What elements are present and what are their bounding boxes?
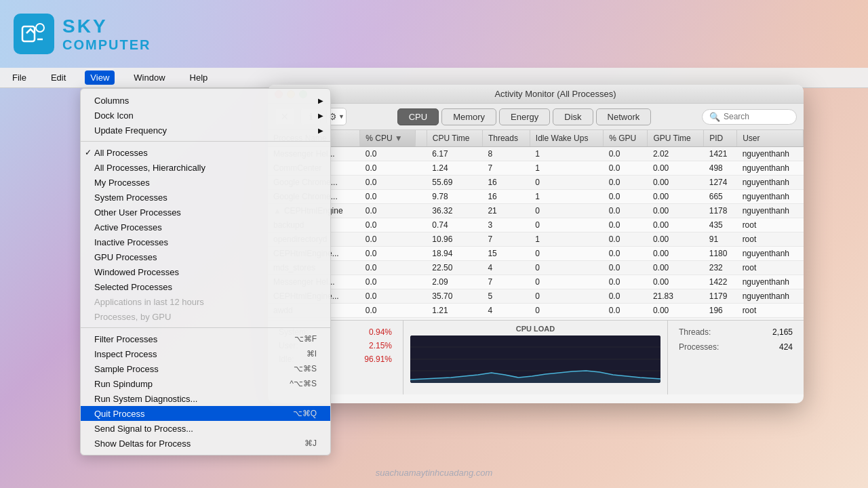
table-row[interactable]: mds_stores 0.0 22.50 4 0 0.0 0.00 232 ro…	[268, 261, 804, 275]
cell-sort	[415, 289, 427, 304]
cell-gpu: 0.0	[604, 247, 648, 261]
dropdown-item-dock-icon[interactable]: Dock Icon	[81, 108, 330, 123]
cell-gpu-time: 0.00	[648, 261, 704, 275]
dropdown-item-other-user-processes[interactable]: Other User Processes	[81, 205, 330, 220]
tab-cpu[interactable]: CPU	[397, 108, 439, 125]
cell-sort	[415, 247, 427, 261]
cell-gpu: 0.0	[604, 218, 648, 232]
cell-gpu-time: 0.00	[648, 204, 704, 218]
cell-cpu: 0.0	[360, 204, 416, 218]
dropdown-item-filter-processes[interactable]: Filter Processes ⌥⌘F	[81, 331, 330, 346]
table-row[interactable]: opendirectoryd 0.0 10.96 7 1 0.0 0.00 91…	[268, 232, 804, 247]
cell-user: nguyenthanh	[737, 161, 804, 176]
cell-cpu-time: 6.17	[427, 147, 482, 161]
cell-pid: 196	[704, 304, 737, 318]
cell-user: root	[737, 218, 804, 232]
table-row[interactable]: Google Chrome... 0.0 55.69 16 0 0.0 0.00…	[268, 176, 804, 190]
tab-energy[interactable]: Energy	[499, 108, 550, 125]
tab-disk[interactable]: Disk	[553, 108, 593, 125]
table-row[interactable]: Messenger Hel... 0.0 2.09 7 0 0.0 0.00 1…	[268, 275, 804, 289]
table-row[interactable]: ▲CEPHtmlEngine 0.0 36.32 21 0 0.0 0.00 1…	[268, 204, 804, 218]
dropdown-item-windowed-processes[interactable]: Windowed Processes	[81, 264, 330, 279]
cell-idle-wake: 0	[530, 275, 603, 289]
threads-label: Threads:	[679, 327, 711, 337]
col-gpu[interactable]: % GPU	[604, 130, 648, 147]
dropdown-item-all-processes[interactable]: All Processes	[81, 145, 330, 160]
cell-gpu-time: 21.83	[648, 289, 704, 304]
tab-memory[interactable]: Memory	[441, 108, 496, 125]
window-titlebar: Activity Monitor (All Processes)	[268, 85, 804, 104]
dropdown-item-sample-process[interactable]: Sample Process ⌥⌘S	[81, 361, 330, 376]
table-row[interactable]: CommCenter 0.0 1.24 7 1 0.0 0.00 498 ngu…	[268, 161, 804, 176]
dropdown-item-all-processes-hierarchically[interactable]: All Processes, Hierarchically	[81, 160, 330, 175]
process-table-area[interactable]: Process Name % CPU▼ CPU Time Threads Idl…	[268, 130, 804, 320]
cell-pid: 1179	[704, 289, 737, 304]
menu-file[interactable]: File	[7, 70, 32, 85]
table-row[interactable]: awdd 0.0 1.21 4 0 0.0 0.00 196 root	[268, 304, 804, 318]
col-cpu-time[interactable]: CPU Time	[427, 130, 482, 147]
table-row[interactable]: CEPHtmlEngine... 0.0 35.70 5 0 0.0 21.83…	[268, 289, 804, 304]
dropdown-item-update-frequency[interactable]: Update Frequency	[81, 123, 330, 138]
view-dropdown-menu: Columns Dock Icon Update Frequency All P…	[80, 88, 331, 455]
table-row[interactable]: Google Chrome... 0.0 9.78 16 1 0.0 0.00 …	[268, 190, 804, 204]
search-input[interactable]	[724, 112, 789, 121]
cell-cpu-time: 0.74	[427, 218, 482, 232]
col-gpu-time[interactable]: GPU Time	[648, 130, 704, 147]
cell-cpu: 0.0	[360, 289, 416, 304]
cell-pid: 232	[704, 261, 737, 275]
dropdown-item-quit-process[interactable]: Quit Process ⌥⌘Q	[81, 406, 330, 421]
dropdown-item-selected-processes[interactable]: Selected Processes	[81, 279, 330, 294]
table-row[interactable]: Messenger Hel... 0.0 6.17 8 1 0.0 2.02 1…	[268, 147, 804, 161]
cell-user: nguyenthanh	[737, 147, 804, 161]
menu-help[interactable]: Help	[184, 70, 214, 85]
cell-cpu: 0.0	[360, 218, 416, 232]
cell-gpu-time: 0.00	[648, 190, 704, 204]
table-row[interactable]: CEPHtmlEngine... 0.0 18.94 15 0 0.0 0.00…	[268, 247, 804, 261]
cell-cpu-time: 10.96	[427, 232, 482, 247]
col-user[interactable]: User	[737, 130, 804, 147]
processes-value: 424	[779, 342, 793, 352]
dropdown-item-run-spindump[interactable]: Run Spindump ^⌥⌘S	[81, 376, 330, 391]
tab-network[interactable]: Network	[596, 108, 652, 125]
cell-user: root	[737, 232, 804, 247]
cell-idle-wake: 0	[530, 218, 603, 232]
cell-sort	[415, 275, 427, 289]
cell-sort	[415, 161, 427, 176]
cell-threads: 8	[482, 147, 530, 161]
dropdown-item-inspect-process[interactable]: Inspect Process ⌘I	[81, 346, 330, 361]
cell-cpu: 0.0	[360, 275, 416, 289]
cell-gpu: 0.0	[604, 190, 648, 204]
idle-value: 96.91%	[364, 354, 392, 364]
dropdown-item-my-processes[interactable]: My Processes	[81, 175, 330, 190]
dropdown-item-run-system-diagnostics[interactable]: Run System Diagnostics...	[81, 391, 330, 406]
dropdown-item-active-processes[interactable]: Active Processes	[81, 220, 330, 235]
cell-sort	[415, 147, 427, 161]
table-row[interactable]: backupd 0.0 0.74 3 0 0.0 0.00 435 root	[268, 218, 804, 232]
dropdown-item-send-signal[interactable]: Send Signal to Process...	[81, 421, 330, 436]
dropdown-item-inactive-processes[interactable]: Inactive Processes	[81, 235, 330, 249]
cell-idle-wake: 0	[530, 304, 603, 318]
dropdown-item-columns[interactable]: Columns	[81, 93, 330, 108]
stat-threads: Threads: 2,165	[679, 327, 793, 337]
divider-1	[81, 141, 330, 142]
menu-view[interactable]: View	[85, 70, 115, 85]
col-cpu[interactable]: % CPU▼	[360, 130, 416, 147]
dropdown-item-gpu-processes[interactable]: GPU Processes	[81, 249, 330, 264]
cell-threads: 15	[482, 247, 530, 261]
cell-user: nguyenthanh	[737, 204, 804, 218]
col-pid[interactable]: PID	[704, 130, 737, 147]
cell-idle-wake: 1	[530, 147, 603, 161]
menu-window[interactable]: Window	[128, 70, 170, 85]
cell-user: nguyenthanh	[737, 176, 804, 190]
col-idle-wake-ups[interactable]: Idle Wake Ups	[530, 130, 603, 147]
cell-pid: 1178	[704, 204, 737, 218]
dropdown-item-show-deltas[interactable]: Show Deltas for Process ⌘J	[81, 436, 330, 451]
search-box[interactable]: 🔍	[702, 109, 797, 125]
cell-threads: 7	[482, 275, 530, 289]
cell-cpu-time: 35.70	[427, 289, 482, 304]
window-title: Activity Monitor (All Processes)	[314, 89, 797, 99]
menu-edit[interactable]: Edit	[45, 70, 71, 85]
dropdown-item-system-processes[interactable]: System Processes	[81, 190, 330, 205]
col-threads[interactable]: Threads	[482, 130, 530, 147]
cell-gpu: 0.0	[604, 275, 648, 289]
